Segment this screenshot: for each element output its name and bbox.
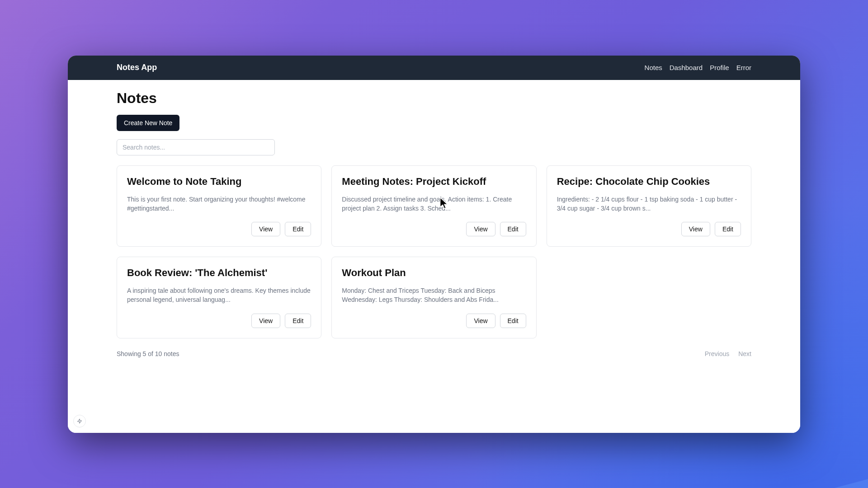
- edit-button[interactable]: Edit: [500, 314, 526, 328]
- note-actions: View Edit: [557, 222, 741, 236]
- note-actions: View Edit: [342, 222, 526, 236]
- nav-link-profile[interactable]: Profile: [710, 64, 729, 71]
- note-card: Recipe: Chocolate Chip Cookies Ingredien…: [547, 165, 751, 247]
- view-button[interactable]: View: [466, 314, 495, 328]
- note-title: Recipe: Chocolate Chip Cookies: [557, 176, 741, 188]
- edit-button[interactable]: Edit: [285, 314, 311, 328]
- next-button[interactable]: Next: [738, 350, 751, 357]
- svg-marker-0: [78, 419, 82, 423]
- note-title: Welcome to Note Taking: [127, 176, 311, 188]
- note-card: Workout Plan Monday: Chest and Triceps T…: [331, 257, 536, 338]
- note-actions: View Edit: [127, 314, 311, 328]
- note-title: Book Review: 'The Alchemist': [127, 267, 311, 279]
- edit-button[interactable]: Edit: [285, 222, 311, 236]
- note-excerpt: Ingredients: - 2 1/4 cups flour - 1 tsp …: [557, 195, 741, 213]
- pagination: Showing 5 of 10 notes Previous Next: [117, 350, 751, 366]
- view-button[interactable]: View: [251, 314, 280, 328]
- edit-button[interactable]: Edit: [715, 222, 741, 236]
- navbar: Notes App Notes Dashboard Profile Error: [68, 56, 800, 80]
- bolt-icon[interactable]: [73, 415, 86, 427]
- pager: Previous Next: [705, 350, 751, 357]
- app-window: Notes App Notes Dashboard Profile Error …: [68, 56, 800, 433]
- note-actions: View Edit: [342, 314, 526, 328]
- search-input[interactable]: [117, 139, 275, 155]
- note-card: Book Review: 'The Alchemist' A inspiring…: [117, 257, 321, 338]
- note-excerpt: This is your first note. Start organizin…: [127, 195, 311, 213]
- nav-link-dashboard[interactable]: Dashboard: [670, 64, 703, 71]
- nav-link-error[interactable]: Error: [736, 64, 751, 71]
- nav-link-notes[interactable]: Notes: [645, 64, 662, 71]
- note-title: Workout Plan: [342, 267, 526, 279]
- previous-button[interactable]: Previous: [705, 350, 729, 357]
- view-button[interactable]: View: [466, 222, 495, 236]
- view-button[interactable]: View: [681, 222, 710, 236]
- note-actions: View Edit: [127, 222, 311, 236]
- notes-grid: Welcome to Note Taking This is your firs…: [117, 165, 751, 338]
- main-content: Notes Create New Note Welcome to Note Ta…: [68, 80, 800, 433]
- app-brand: Notes App: [117, 63, 157, 72]
- note-excerpt: Monday: Chest and Triceps Tuesday: Back …: [342, 286, 526, 305]
- create-new-note-button[interactable]: Create New Note: [117, 115, 179, 131]
- note-card: Welcome to Note Taking This is your firs…: [117, 165, 321, 247]
- note-excerpt: A inspiring tale about following one's d…: [127, 286, 311, 305]
- view-button[interactable]: View: [251, 222, 280, 236]
- note-card: Meeting Notes: Project Kickoff Discussed…: [331, 165, 536, 247]
- edit-button[interactable]: Edit: [500, 222, 526, 236]
- nav-links: Notes Dashboard Profile Error: [645, 64, 751, 71]
- note-title: Meeting Notes: Project Kickoff: [342, 176, 526, 188]
- note-excerpt: Discussed project timeline and goals. Ac…: [342, 195, 526, 213]
- page-title: Notes: [117, 90, 751, 107]
- showing-count: Showing 5 of 10 notes: [117, 350, 179, 357]
